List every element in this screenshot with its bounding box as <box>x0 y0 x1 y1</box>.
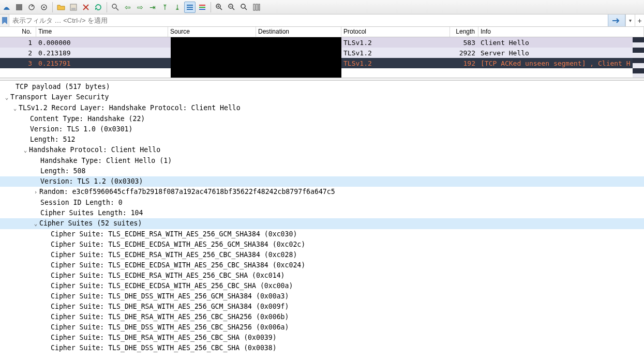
main-toolbar: ⇦ ⇨ ⇥ ⤒ ⤓ <box>0 0 644 14</box>
packet-list-header: No. Time Source Destination Protocol Len… <box>0 27 644 37</box>
col-header-destination[interactable]: Destination <box>256 27 341 37</box>
tree-cipher-suite[interactable]: Cipher Suite: TLS_ECDHE_RSA_WITH_AES_256… <box>0 271 644 281</box>
col-header-length[interactable]: Length <box>450 27 478 37</box>
display-filter-bar: ▾ + <box>0 14 644 27</box>
tree-item[interactable]: Version: TLS 1.0 (0x0301) <box>0 124 644 134</box>
expand-toggle[interactable]: ⌄ <box>22 145 29 156</box>
tree-item[interactable]: Session ID Length: 0 <box>0 198 644 208</box>
filter-history-dropdown[interactable]: ▾ <box>625 14 635 26</box>
tree-cipher-suite[interactable]: Cipher Suite: TLS_ECDHE_ECDSA_WITH_AES_2… <box>0 239 644 250</box>
col-header-time[interactable]: Time <box>36 27 168 37</box>
reload-icon[interactable] <box>93 2 104 13</box>
go-last-icon[interactable]: ⤓ <box>172 2 183 13</box>
zoom-in-icon[interactable] <box>214 2 225 13</box>
col-header-source[interactable]: Source <box>168 27 256 37</box>
packet-list[interactable]: 10.000000TLSv1.2583Client Hello20.213189… <box>0 37 644 78</box>
display-filter-input[interactable] <box>9 14 608 26</box>
tree-item-highlighted[interactable]: Version: TLS 1.2 (0x0303) <box>0 176 644 187</box>
tree-cipher-suite[interactable]: Cipher Suite: TLS_ECDHE_ECDSA_WITH_AES_2… <box>0 281 644 291</box>
svg-rect-26 <box>259 4 260 10</box>
packet-details-tree[interactable]: TCP payload (517 bytes) ⌄Transport Layer… <box>0 81 644 360</box>
tree-cipher-suite[interactable]: Cipher Suite: TLS_DHE_RSA_WITH_AES_256_C… <box>0 312 644 322</box>
tree-item[interactable]: Handshake Type: Client Hello (1) <box>0 156 644 166</box>
open-icon[interactable] <box>55 2 67 13</box>
svg-line-20 <box>232 8 234 10</box>
tree-item[interactable]: Length: 508 <box>0 166 644 176</box>
tree-cipher-suite[interactable]: Cipher Suite: TLS_DHE_DSS_WITH_AES_256_C… <box>0 322 644 333</box>
expand-toggle[interactable]: › <box>32 187 39 198</box>
stop-icon[interactable] <box>13 2 25 13</box>
svg-line-16 <box>220 8 222 10</box>
tree-cipher-suite[interactable]: Cipher Suite: TLS_ECDHE_RSA_WITH_AES_256… <box>0 250 644 260</box>
tree-random[interactable]: Random: e3c0f5960645cffa7b2918f087a192ac… <box>39 188 335 196</box>
svg-point-22 <box>241 4 245 8</box>
tree-tls-root[interactable]: Transport Layer Security <box>10 93 109 101</box>
tree-record-layer[interactable]: TLSv1.2 Record Layer: Handshake Protocol… <box>19 104 241 112</box>
svg-line-8 <box>116 8 118 10</box>
zoom-out-icon[interactable] <box>226 2 237 13</box>
redacted-region <box>171 37 341 78</box>
tree-cipher-suite[interactable]: Cipher Suite: TLS_ECDHE_ECDSA_WITH_AES_2… <box>0 260 644 271</box>
col-header-no[interactable]: No. <box>0 27 36 37</box>
expand-toggle[interactable]: ⌄ <box>3 93 10 103</box>
svg-point-7 <box>112 4 116 8</box>
tree-cipher-suite[interactable]: Cipher Suite: TLS_DHE_DSS_WITH_AES_256_G… <box>0 291 644 302</box>
add-filter-button[interactable]: + <box>635 14 644 26</box>
bookmark-icon[interactable] <box>0 14 9 26</box>
svg-point-2 <box>43 6 45 8</box>
svg-rect-12 <box>199 5 205 6</box>
resize-columns-icon[interactable] <box>251 2 262 13</box>
go-back-icon[interactable]: ⇦ <box>122 2 133 13</box>
tree-cipher-suite[interactable]: Cipher Suite: TLS_DHE_DSS_WITH_AES_256_C… <box>0 343 644 353</box>
tree-item[interactable]: Cipher Suites Length: 104 <box>0 208 644 218</box>
close-icon[interactable] <box>80 2 92 13</box>
col-header-protocol[interactable]: Protocol <box>341 27 450 37</box>
tree-item[interactable]: Content Type: Handshake (22) <box>0 114 644 124</box>
apply-filter-button[interactable] <box>608 14 625 26</box>
restart-icon[interactable] <box>26 2 37 13</box>
go-forward-icon[interactable]: ⇨ <box>134 2 146 13</box>
expand-toggle[interactable]: ⌄ <box>32 219 39 229</box>
svg-rect-10 <box>187 7 193 8</box>
tree-cipher-suite[interactable]: Cipher Suite: TLS_DHE_RSA_WITH_AES_256_G… <box>0 302 644 312</box>
svg-rect-14 <box>199 9 205 10</box>
col-header-info[interactable]: Info <box>478 27 644 37</box>
svg-rect-9 <box>187 5 193 6</box>
shark-fin-icon[interactable] <box>1 2 12 13</box>
intelligent-scrollbar[interactable] <box>633 37 644 78</box>
tree-item[interactable]: Length: 512 <box>0 134 644 145</box>
tree-handshake[interactable]: Handshake Protocol: Client Hello <box>29 146 160 154</box>
go-first-icon[interactable]: ⤒ <box>159 2 171 13</box>
tree-cipher-suite[interactable]: Cipher Suite: TLS_ECDHE_RSA_WITH_AES_256… <box>0 229 644 239</box>
svg-point-0 <box>29 5 34 10</box>
svg-rect-13 <box>199 7 205 8</box>
svg-rect-24 <box>253 4 255 10</box>
tree-cipher-suites-header[interactable]: Cipher Suites (52 suites) <box>39 219 142 227</box>
svg-line-23 <box>245 8 247 10</box>
colorize-icon[interactable] <box>197 2 208 13</box>
svg-rect-4 <box>71 8 76 10</box>
find-icon[interactable] <box>110 2 121 13</box>
tree-cipher-suite[interactable]: Cipher Suite: TLS_DHE_RSA_WITH_AES_256_C… <box>0 333 644 343</box>
expand-toggle[interactable]: ⌄ <box>11 103 19 114</box>
options-icon[interactable] <box>38 2 50 13</box>
save-icon[interactable] <box>68 2 79 13</box>
zoom-reset-icon[interactable] <box>238 2 250 13</box>
svg-rect-11 <box>187 9 193 10</box>
auto-scroll-icon[interactable] <box>184 2 196 13</box>
svg-rect-25 <box>256 4 258 10</box>
go-to-packet-icon[interactable]: ⇥ <box>147 2 158 13</box>
tree-tcp-payload[interactable]: TCP payload (517 bytes) <box>0 82 644 92</box>
